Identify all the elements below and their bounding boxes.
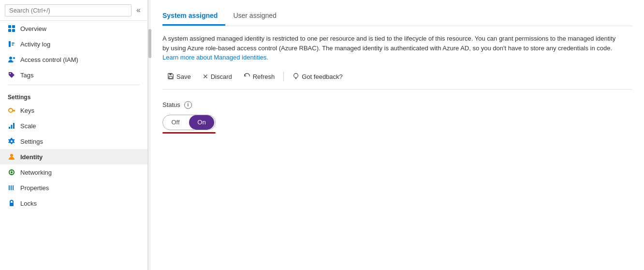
main-content: System assigned User assigned A system a… xyxy=(151,0,644,270)
networking-icon xyxy=(8,168,15,176)
access-control-icon xyxy=(8,56,15,63)
svg-rect-26 xyxy=(169,73,171,75)
toggle-underline xyxy=(162,132,216,134)
nav-keys[interactable]: Keys xyxy=(0,103,147,118)
collapse-button[interactable]: « xyxy=(134,4,143,16)
overview-icon xyxy=(8,25,15,32)
svg-rect-2 xyxy=(8,29,11,32)
svg-point-9 xyxy=(10,73,11,74)
tab-user-assigned[interactable]: User assigned xyxy=(233,8,284,26)
svg-rect-3 xyxy=(12,29,15,32)
locks-label: Locks xyxy=(20,200,37,207)
properties-icon xyxy=(8,184,15,192)
svg-rect-13 xyxy=(9,127,10,129)
svg-rect-4 xyxy=(9,41,11,47)
discard-label: Discard xyxy=(211,73,232,80)
feedback-button[interactable]: Got feedback? xyxy=(288,70,348,83)
scrollbar-thumb[interactable] xyxy=(148,29,151,58)
svg-point-19 xyxy=(11,171,13,173)
status-row: Status i xyxy=(162,101,632,109)
svg-point-17 xyxy=(10,154,13,157)
nav-tags[interactable]: Tags xyxy=(0,67,147,83)
learn-more-link[interactable]: Learn more about Managed identities. xyxy=(162,54,268,61)
nav-access-control[interactable]: Access control (IAM) xyxy=(0,52,147,67)
settings-label: Settings xyxy=(20,138,43,145)
svg-rect-15 xyxy=(13,123,15,129)
svg-point-16 xyxy=(11,140,13,142)
search-bar: « xyxy=(0,0,147,21)
svg-rect-11 xyxy=(12,110,15,111)
search-input[interactable] xyxy=(5,4,132,16)
save-label: Save xyxy=(176,73,191,80)
svg-rect-12 xyxy=(14,111,15,112)
properties-label: Properties xyxy=(20,184,49,192)
status-label: Status xyxy=(162,101,180,108)
keys-icon xyxy=(8,106,15,114)
discard-icon: ✕ xyxy=(203,73,208,80)
svg-rect-23 xyxy=(11,185,12,190)
nav-activity-log[interactable]: Activity log xyxy=(0,36,147,52)
locks-icon xyxy=(8,199,15,207)
scale-icon xyxy=(8,122,15,130)
scrollbar-track[interactable] xyxy=(148,0,151,270)
toggle-container: Off On xyxy=(162,115,632,134)
description-text: A system assigned managed identity is re… xyxy=(162,34,617,62)
status-toggle[interactable]: Off On xyxy=(162,115,216,130)
settings-icon xyxy=(8,137,15,145)
refresh-button[interactable]: Refresh xyxy=(239,70,280,83)
tabs-bar: System assigned User assigned xyxy=(162,8,632,26)
access-control-label: Access control (IAM) xyxy=(20,56,78,63)
svg-point-29 xyxy=(295,77,297,79)
toggle-on-option[interactable]: On xyxy=(189,115,214,130)
toolbar: Save ✕ Discard Refresh Got fe xyxy=(162,70,632,90)
svg-point-28 xyxy=(294,73,298,77)
svg-rect-22 xyxy=(9,185,10,190)
svg-rect-14 xyxy=(11,125,13,129)
activity-log-label: Activity log xyxy=(20,41,50,48)
svg-rect-5 xyxy=(12,43,15,44)
identity-icon xyxy=(8,153,15,161)
svg-rect-6 xyxy=(12,45,14,45)
svg-rect-25 xyxy=(10,203,14,206)
settings-divider xyxy=(8,85,140,85)
networking-label: Networking xyxy=(20,169,52,176)
settings-section-label: Settings xyxy=(0,87,147,103)
svg-rect-1 xyxy=(12,25,15,28)
refresh-icon xyxy=(244,73,250,81)
nav-networking[interactable]: Networking xyxy=(0,165,147,180)
activity-log-icon xyxy=(8,40,15,48)
nav-settings[interactable]: Settings xyxy=(0,134,147,149)
svg-rect-24 xyxy=(13,185,14,190)
save-button[interactable]: Save xyxy=(162,70,196,83)
tags-label: Tags xyxy=(20,72,33,79)
nav-identity[interactable]: Identity xyxy=(0,149,147,165)
nav-scale[interactable]: Scale xyxy=(0,118,147,134)
feedback-label: Got feedback? xyxy=(302,73,343,80)
scale-label: Scale xyxy=(20,122,36,130)
identity-label: Identity xyxy=(20,153,43,161)
tab-system-assigned[interactable]: System assigned xyxy=(162,8,225,26)
sidebar: « Overview Activity log xyxy=(0,0,148,270)
feedback-icon xyxy=(293,73,299,81)
toolbar-divider xyxy=(283,72,284,81)
toggle-off-option[interactable]: Off xyxy=(163,115,188,130)
tags-icon xyxy=(8,71,15,79)
keys-label: Keys xyxy=(20,107,34,114)
refresh-label: Refresh xyxy=(253,73,275,80)
overview-label: Overview xyxy=(20,25,46,32)
nav-locks[interactable]: Locks xyxy=(0,195,147,211)
nav-overview[interactable]: Overview xyxy=(0,21,147,36)
svg-rect-0 xyxy=(8,25,11,28)
svg-point-7 xyxy=(9,57,12,60)
svg-rect-27 xyxy=(169,76,173,78)
save-icon xyxy=(167,73,174,81)
svg-point-8 xyxy=(13,57,15,59)
nav-properties[interactable]: Properties xyxy=(0,180,147,195)
svg-point-10 xyxy=(9,108,13,112)
discard-button[interactable]: ✕ Discard xyxy=(198,70,237,83)
status-info-icon[interactable]: i xyxy=(184,101,192,109)
